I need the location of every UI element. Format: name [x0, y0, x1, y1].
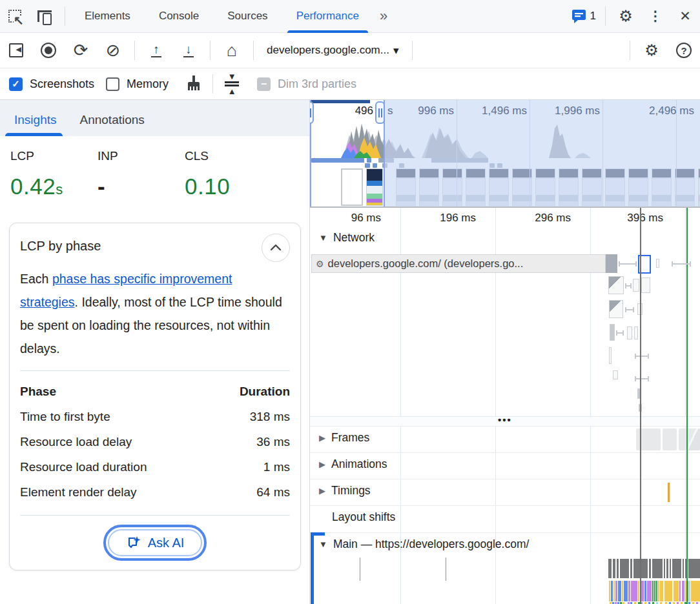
network-request-bar[interactable]: [609, 300, 623, 318]
network-request-bar[interactable]: [656, 259, 659, 268]
ask-ai-button[interactable]: Ask AI: [108, 529, 203, 556]
track-header[interactable]: ▶Animations: [310, 458, 387, 471]
activity-bar[interactable]: [674, 581, 679, 601]
clear-button[interactable]: ⊘: [100, 37, 126, 63]
load-profile-button[interactable]: ↑: [143, 37, 169, 63]
network-request-bar[interactable]: [627, 327, 632, 339]
close-devtools-button[interactable]: ✕: [674, 5, 696, 27]
task-bar[interactable]: [630, 559, 632, 578]
activity-bar[interactable]: [691, 581, 700, 601]
task-bar[interactable]: [670, 559, 671, 578]
network-request-bar[interactable]: [608, 276, 624, 294]
memory-checkbox[interactable]: [106, 77, 119, 91]
menu-button[interactable]: ⋮: [644, 5, 666, 27]
tab-elements[interactable]: Elements: [70, 0, 145, 33]
collapse-card-button[interactable]: [262, 234, 290, 262]
network-request-bar[interactable]: [641, 277, 650, 293]
main-track-header[interactable]: ▼ Main — https://developers.google.com/: [310, 538, 529, 551]
activity-bar[interactable]: [631, 581, 637, 601]
network-request-bar[interactable]: ⚙ developers.google.com/ (developers.go.…: [311, 254, 606, 273]
activity-bar[interactable]: [652, 581, 654, 601]
activity-bar[interactable]: [660, 581, 663, 601]
activity-bar[interactable]: [618, 581, 621, 601]
activity-bar[interactable]: [622, 581, 623, 601]
timeline-flamechart[interactable]: 96 ms196 ms296 ms396 ms ▼ Network ⚙ deve…: [310, 208, 700, 604]
selection-handle-left[interactable]: [310, 101, 314, 124]
activity-bar[interactable]: [647, 581, 652, 601]
track-splitter[interactable]: •••: [310, 416, 700, 427]
request-whisker: [635, 356, 649, 357]
dim-third-parties-checkbox[interactable]: –: [257, 77, 271, 91]
track-header[interactable]: ▶Frames: [310, 431, 369, 445]
timeline-overview[interactable]: 496 s 996 ms1,496 ms1,996 ms 2,496 ms CP…: [310, 100, 700, 208]
activity-bar[interactable]: [609, 581, 610, 601]
task-bar[interactable]: [613, 559, 615, 578]
reload-and-record-button[interactable]: ⟳: [68, 37, 94, 63]
device-toolbar-icon: [37, 10, 52, 22]
activity-bar[interactable]: [628, 581, 630, 601]
divider: [605, 6, 606, 26]
network-request-cap: [606, 254, 617, 273]
activity-bar[interactable]: [654, 581, 655, 601]
more-tabs-icon[interactable]: »: [373, 8, 392, 25]
network-track-header[interactable]: ▼ Network: [310, 231, 375, 245]
network-request-bar[interactable]: [633, 279, 639, 292]
metric-value: -: [98, 174, 185, 199]
record-button[interactable]: [36, 37, 61, 63]
task-bar[interactable]: [620, 559, 629, 578]
save-profile-button[interactable]: ↓: [176, 37, 201, 63]
help-button[interactable]: ?: [671, 37, 697, 63]
network-request-bar[interactable]: [610, 324, 615, 341]
network-request-bar[interactable]: [609, 347, 612, 364]
task-bar[interactable]: [666, 559, 668, 578]
network-request-bar[interactable]: [613, 370, 618, 379]
activity-bar[interactable]: [624, 581, 628, 601]
selection-handle-right[interactable]: [375, 101, 385, 124]
tab-console[interactable]: Console: [145, 0, 213, 33]
network-request-bar[interactable]: [634, 327, 638, 339]
task-bar[interactable]: [688, 559, 700, 578]
capture-settings-button[interactable]: ⚙: [639, 37, 664, 63]
task-bar[interactable]: [617, 559, 619, 578]
garbage-collect-icon[interactable]: [185, 76, 202, 92]
row-border: [310, 532, 700, 533]
live-metrics-button[interactable]: ⌂: [219, 37, 245, 63]
tab-annotations[interactable]: Annotations: [65, 113, 153, 136]
track-header[interactable]: Layout shifts: [310, 510, 395, 524]
activity-bar[interactable]: [682, 581, 685, 601]
screenshots-checkbox[interactable]: ✓: [9, 77, 23, 91]
activity-bar[interactable]: [689, 581, 690, 601]
issues-counter[interactable]: 1: [567, 8, 600, 24]
activity-bar[interactable]: [611, 581, 613, 601]
history-dropdown[interactable]: developers.google.com... ▾: [259, 44, 407, 57]
activity-bar[interactable]: [638, 581, 639, 601]
activity-bar[interactable]: [656, 581, 657, 601]
settings-button[interactable]: ⚙: [615, 5, 637, 27]
activity-bar[interactable]: [679, 581, 681, 601]
tab-insights[interactable]: Insights: [0, 113, 65, 136]
tab-sources[interactable]: Sources: [213, 0, 282, 33]
activity-bar[interactable]: [664, 581, 672, 601]
row-border: [310, 505, 700, 506]
activity-bar[interactable]: [658, 581, 659, 601]
expand-icon: ▶: [319, 486, 325, 496]
divider: [134, 41, 135, 60]
shortcuts-dialog-icon[interactable]: ▼▲: [225, 72, 239, 96]
tab-performance[interactable]: Performance: [282, 0, 373, 33]
task-bar[interactable]: [608, 559, 612, 578]
device-toolbar-button[interactable]: [34, 5, 56, 27]
task-bar[interactable]: [664, 559, 665, 578]
track-header[interactable]: ▶Timings: [310, 484, 371, 498]
memory-label: Memory: [127, 77, 169, 91]
time-tick: [360, 558, 360, 581]
metric-value: 0.42s: [10, 174, 98, 199]
task-bar[interactable]: [652, 559, 663, 578]
task-bar[interactable]: [683, 559, 684, 578]
inspect-element-button[interactable]: ↖: [4, 5, 26, 27]
task-bar[interactable]: [649, 559, 651, 578]
toggle-sidebar-button[interactable]: [3, 37, 29, 63]
activity-bar[interactable]: [613, 581, 615, 601]
activity-bar[interactable]: [644, 581, 646, 601]
task-bar[interactable]: [672, 559, 681, 578]
activity-bar[interactable]: [615, 581, 617, 601]
